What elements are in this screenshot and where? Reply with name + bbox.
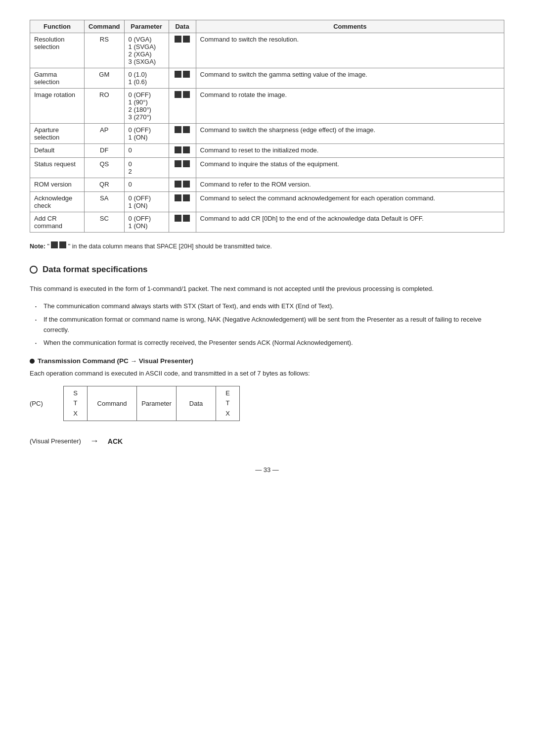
etx-t: T bbox=[216, 398, 239, 409]
table-row-command: SA bbox=[85, 192, 125, 212]
table-row-parameter: 0 (1.0)1 (0.6) bbox=[124, 68, 169, 89]
vp-row: (Visual Presenter) → ACK bbox=[30, 436, 504, 446]
header-comments: Comments bbox=[196, 20, 504, 33]
table-row-comment: Command to switch the sharpness (edge ef… bbox=[196, 124, 504, 144]
table-row-function: Resolutionselection bbox=[30, 33, 85, 68]
table-row-command: AP bbox=[85, 124, 125, 144]
bullet-circle-icon bbox=[30, 359, 35, 364]
table-row-parameter: 0 (OFF)1 (90°)2 (180°)3 (270°) bbox=[124, 89, 169, 124]
table-row-command: QS bbox=[85, 158, 125, 178]
diagram-area: (PC) S T X Command Parameter Data E T X bbox=[30, 386, 504, 421]
bullet-item: The communication command always starts … bbox=[35, 301, 504, 312]
table-row-data bbox=[169, 124, 196, 144]
table-row-data bbox=[169, 33, 196, 68]
table-row-parameter: 0 (OFF)1 (ON) bbox=[124, 192, 169, 212]
vp-label: (Visual Presenter) bbox=[30, 437, 81, 445]
header-data: Data bbox=[169, 20, 196, 33]
table-row-function: Image rotation bbox=[30, 89, 85, 124]
table-row-command: RO bbox=[85, 89, 125, 124]
pc-label: (PC) bbox=[30, 400, 54, 407]
bullet-list: The communication command always starts … bbox=[35, 301, 504, 348]
stx-cell: S T X bbox=[64, 386, 88, 421]
table-row-parameter: 0 bbox=[124, 178, 169, 192]
table-row-data bbox=[169, 144, 196, 158]
table-row-parameter: 0 (VGA)1 (SVGA)2 (XGA)3 (SXGA) bbox=[124, 33, 169, 68]
table-row-data bbox=[169, 89, 196, 124]
table-row-command: DF bbox=[85, 144, 125, 158]
subsection-body: Each operation command is executed in AS… bbox=[30, 370, 504, 377]
etx-cell: E T X bbox=[216, 386, 240, 421]
diagram-table: S T X Command Parameter Data E T X bbox=[63, 386, 240, 421]
table-row-function: Add CRcommand bbox=[30, 212, 85, 233]
header-parameter: Parameter bbox=[124, 20, 169, 33]
etx-e: E bbox=[216, 388, 239, 399]
header-function: Function bbox=[30, 20, 85, 33]
table-row-data bbox=[169, 68, 196, 89]
table-row-comment: Command to refer to the ROM version. bbox=[196, 178, 504, 192]
note-rest: " in the data column means that SPACE [2… bbox=[68, 243, 272, 250]
stx-t: T bbox=[64, 398, 87, 409]
table-row-command: GM bbox=[85, 68, 125, 89]
table-row-data bbox=[169, 178, 196, 192]
table-row-function: Apartureselection bbox=[30, 124, 85, 144]
etx-x: X bbox=[216, 409, 239, 419]
header-command: Command bbox=[85, 20, 125, 33]
table-row-comment: Command to switch the gamma setting valu… bbox=[196, 68, 504, 89]
param-cell: Parameter bbox=[137, 386, 177, 421]
table-row-command: RS bbox=[85, 33, 125, 68]
note-text: " " in the data column means that SPACE … bbox=[47, 243, 271, 250]
stx-x: X bbox=[64, 409, 87, 419]
cmd-cell: Command bbox=[88, 386, 137, 421]
table-row-comment: Command to rotate the image. bbox=[196, 89, 504, 124]
table-row-comment: Command to select the command acknowledg… bbox=[196, 192, 504, 212]
table-row-command: SC bbox=[85, 212, 125, 233]
table-row-command: QR bbox=[85, 178, 125, 192]
table-row-parameter: 0 bbox=[124, 144, 169, 158]
table-row-parameter: 02 bbox=[124, 158, 169, 178]
table-row-parameter: 0 (OFF)1 (ON) bbox=[124, 212, 169, 233]
note-prefix: Note: bbox=[30, 243, 45, 250]
table-row-parameter: 0 (OFF)1 (ON) bbox=[124, 124, 169, 144]
note: Note: " " in the data column means that … bbox=[30, 241, 504, 250]
section-title: Data format specifications bbox=[30, 265, 504, 275]
stx-s: S bbox=[64, 388, 87, 399]
table-row-data bbox=[169, 192, 196, 212]
subsection-title-text: Transmission Command (PC → Visual Presen… bbox=[38, 357, 193, 365]
ack-label: ACK bbox=[108, 437, 123, 445]
table-row-comment: Command to reset to the initialized mode… bbox=[196, 144, 504, 158]
table-row-comment: Command to switch the resolution. bbox=[196, 33, 504, 68]
data-cell: Data bbox=[177, 386, 216, 421]
section-title-text: Data format specifications bbox=[43, 265, 148, 275]
circle-icon bbox=[30, 266, 38, 274]
table-row-function: Default bbox=[30, 144, 85, 158]
table-row-data bbox=[169, 158, 196, 178]
table-row-function: Acknowledgecheck bbox=[30, 192, 85, 212]
table-row-function: Gammaselection bbox=[30, 68, 85, 89]
subsection-title: Transmission Command (PC → Visual Presen… bbox=[30, 357, 504, 365]
bullet-item: If the communication format or command n… bbox=[35, 315, 504, 335]
command-table: Function Command Parameter Data Comments… bbox=[30, 20, 504, 233]
table-row-comment: Command to add CR [0Dh] to the end of th… bbox=[196, 212, 504, 233]
arrow-icon: → bbox=[90, 436, 99, 446]
page-number: — 33 — bbox=[30, 466, 504, 473]
table-row-data bbox=[169, 212, 196, 233]
bullet-item: When the communication format is correct… bbox=[35, 338, 504, 348]
table-row-comment: Command to inquire the status of the equ… bbox=[196, 158, 504, 178]
table-row-function: ROM version bbox=[30, 178, 85, 192]
section-body: This command is executed in the form of … bbox=[30, 284, 504, 294]
table-row-function: Status request bbox=[30, 158, 85, 178]
